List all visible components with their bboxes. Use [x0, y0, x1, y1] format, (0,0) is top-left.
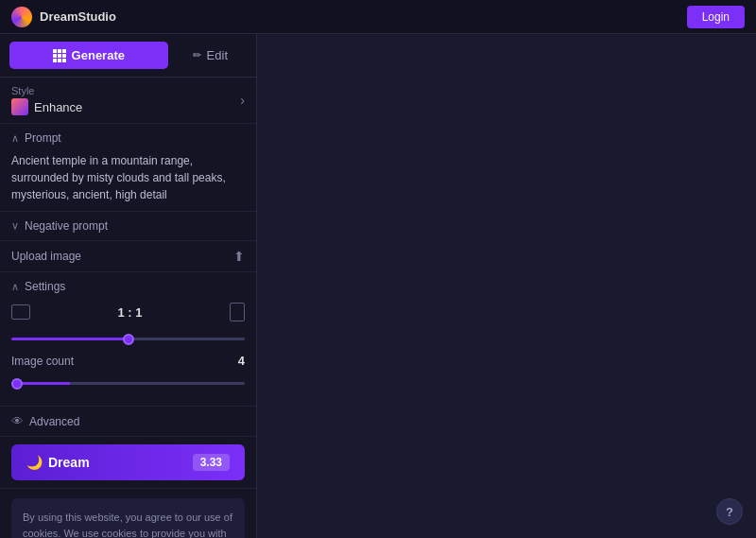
aspect-portrait-icon: [230, 303, 245, 321]
upload-icon: ⬆: [233, 249, 245, 264]
tab-generate[interactable]: Generate: [9, 42, 168, 69]
style-selector[interactable]: Style Enhance ›: [0, 78, 256, 124]
edit-icon: ✏: [193, 49, 201, 61]
image-count-slider-container: [11, 372, 245, 389]
eye-icon: 👁: [11, 414, 24, 428]
aspect-ratio-slider[interactable]: [11, 338, 245, 340]
style-value-text: Enhance: [34, 100, 82, 114]
logo-icon: [11, 7, 32, 27]
main-layout: Generate ✏ Edit Style Enhance › ∧ Prompt: [0, 34, 756, 538]
login-button[interactable]: Login: [687, 6, 745, 28]
settings-section: ∧ Settings 1 : 1 Image count 4: [0, 272, 256, 407]
app-name: DreamStudio: [40, 9, 116, 24]
aspect-ratio-row: 1 : 1: [11, 303, 245, 321]
settings-label: Settings: [25, 280, 65, 293]
tab-bar: Generate ✏ Edit: [0, 34, 256, 78]
moon-icon: 🌙: [26, 455, 43, 470]
style-section-label: Style: [11, 85, 240, 96]
enhance-icon: [11, 98, 28, 115]
upload-image-row[interactable]: Upload image ⬆: [0, 241, 256, 272]
prompt-text[interactable]: Ancient temple in a mountain range, surr…: [11, 152, 245, 203]
dream-cost: 3.33: [193, 454, 230, 471]
style-value-row: Enhance: [11, 98, 240, 115]
grid-icon: [53, 49, 66, 62]
negative-prompt-row[interactable]: ∧ Negative prompt: [0, 212, 256, 241]
dream-btn-left: 🌙 Dream: [26, 455, 90, 470]
dream-section: 🌙 Dream 3.33: [0, 437, 256, 489]
prompt-label: Prompt: [25, 131, 61, 145]
dream-button[interactable]: 🌙 Dream 3.33: [11, 444, 245, 480]
tab-edit[interactable]: ✏ Edit: [174, 42, 247, 69]
chevron-up-icon: ∧: [11, 132, 19, 145]
help-button[interactable]: ?: [716, 498, 743, 525]
image-count-label: Image count: [11, 355, 74, 368]
logo: DreamStudio: [11, 7, 116, 27]
cookie-text: By using this website, you agree to our …: [23, 510, 233, 538]
aspect-ratio-value: 1 : 1: [117, 305, 142, 320]
cookie-notice: By using this website, you agree to our …: [11, 498, 245, 538]
settings-chevron-icon: ∧: [11, 281, 19, 293]
upload-label: Upload image: [11, 250, 81, 263]
aspect-landscape-icon: [11, 304, 30, 320]
neg-chevron-icon: ∧: [11, 220, 19, 233]
image-count-row: Image count 4: [11, 354, 245, 368]
aspect-slider-container: [11, 327, 245, 344]
dream-label: Dream: [48, 455, 90, 470]
advanced-row[interactable]: 👁 Advanced: [0, 407, 256, 437]
header: DreamStudio Login: [0, 0, 756, 34]
sidebar: Generate ✏ Edit Style Enhance › ∧ Prompt: [0, 34, 257, 538]
prompt-header[interactable]: ∧ Prompt: [11, 131, 245, 145]
style-left: Style Enhance: [11, 85, 240, 115]
image-count-value: 4: [238, 354, 245, 368]
content-area: ?: [257, 34, 756, 538]
chevron-right-icon: ›: [240, 93, 245, 108]
prompt-section: ∧ Prompt Ancient temple in a mountain ra…: [0, 124, 256, 212]
settings-header[interactable]: ∧ Settings: [11, 280, 245, 293]
advanced-label: Advanced: [29, 415, 79, 428]
negative-prompt-label: Negative prompt: [25, 219, 108, 233]
image-count-slider[interactable]: [11, 382, 245, 385]
